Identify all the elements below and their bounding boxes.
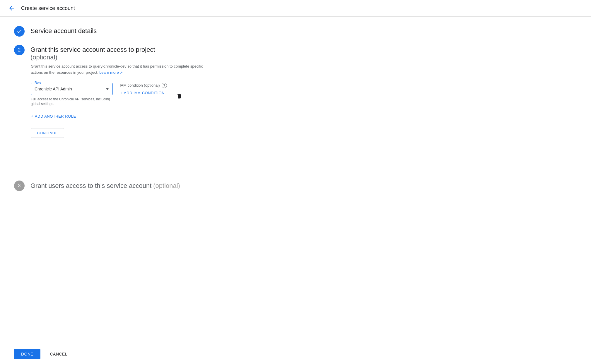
bottom-bar: DONE CANCEL [0,344,591,364]
connector-line-3 [19,175,19,181]
help-icon[interactable]: ? [162,83,167,88]
step3-optional: (optional) [153,182,180,189]
role-helper-text: Full access to the Chronicle API service… [31,97,113,107]
step2-title: Grant this service account access to pro… [30,45,155,54]
step2-row: 2 Grant this service account access to p… [14,45,250,61]
role-field-wrapper: Role Chronicle API Admin ▼ Full access t… [31,83,113,107]
back-button[interactable] [7,4,16,13]
plus-icon: + [120,90,123,96]
role-value: Chronicle API Admin [35,87,72,91]
add-iam-condition-label: ADD IAM CONDITION [124,91,165,95]
delete-role-button[interactable] [174,91,185,103]
page-title: Create service account [21,5,75,11]
iam-condition-header: IAM condition (optional) ? [120,83,167,88]
iam-condition-label: IAM condition (optional) [120,83,160,87]
connector-line-1 [19,39,19,45]
role-row: Role Chronicle API Admin ▼ Full access t… [31,83,212,107]
role-select-wrapper: Role Chronicle API Admin ▼ [31,83,113,95]
step2-content: Grant this service account access to que… [31,63,212,170]
continue-button[interactable]: CONTINUE [31,128,64,138]
add-role-plus-icon: + [31,114,34,119]
done-button[interactable]: DONE [14,349,40,359]
learn-more-link[interactable]: Learn more ↗ [99,70,123,75]
add-another-role-label: ADD ANOTHER ROLE [35,114,76,119]
step2-heading: Grant this service account access to pro… [30,45,155,61]
step2-content-wrapper: Grant this service account access to que… [14,63,250,175]
step3-heading: Grant users access to this service accou… [30,182,180,190]
dropdown-arrow-icon: ▼ [105,87,109,91]
step3-icon: 3 [14,181,25,191]
step2-icon: 2 [14,45,25,55]
add-iam-condition-button[interactable]: + ADD IAM CONDITION [120,90,167,96]
page-content: Service account details 2 Grant this ser… [0,17,264,224]
step1-icon [14,26,25,37]
role-dropdown[interactable]: Role Chronicle API Admin ▼ [31,83,113,95]
step2-description: Grant this service account access to que… [31,63,212,76]
iam-condition-section: IAM condition (optional) ? + ADD IAM CON… [120,83,167,96]
step1-row: Service account details [14,26,250,37]
step3-row: 3 Grant users access to this service acc… [14,181,250,191]
cancel-button[interactable]: CANCEL [45,349,72,359]
step3-title: Grant users access to this service accou… [30,181,151,189]
step1-title: Service account details [30,26,97,35]
external-link-icon: ↗ [120,71,123,75]
add-another-role-button[interactable]: + ADD ANOTHER ROLE [31,114,76,119]
connector-line-2 [19,63,19,175]
role-label: Role [33,81,42,84]
page-header: Create service account [0,0,591,17]
step2-optional: (optional) [30,54,155,61]
